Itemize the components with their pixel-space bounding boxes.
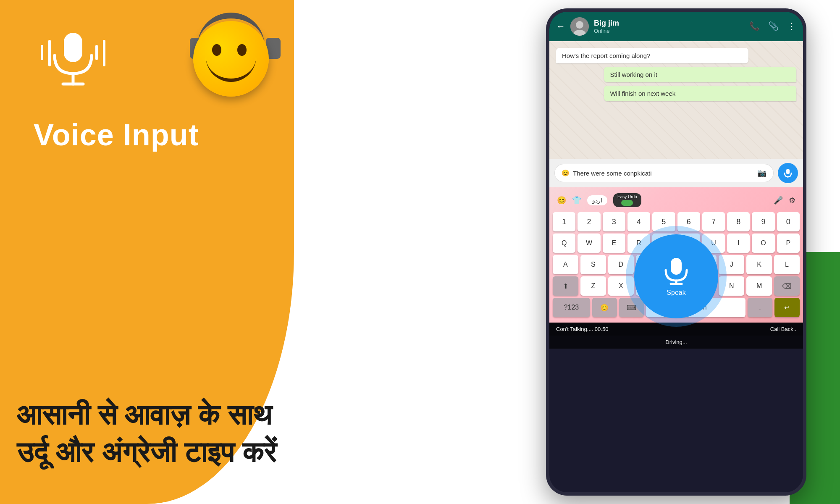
contact-info: Big jim Online — [594, 19, 744, 34]
key-p[interactable]: P — [777, 234, 800, 253]
driving-text: Driving... — [665, 339, 687, 345]
toggle-switch[interactable] — [621, 200, 633, 206]
key-enter[interactable]: ↵ — [774, 298, 800, 317]
hindi-line1: आसानी से आवाज़ के साथ — [17, 396, 319, 433]
key-k[interactable]: K — [746, 255, 772, 274]
key-i[interactable]: I — [727, 234, 750, 253]
received-message: How's the report coming along? — [556, 48, 748, 63]
key-backspace[interactable]: ⌫ — [774, 276, 800, 296]
big-mic-inner-button[interactable]: Speak — [634, 234, 718, 318]
message-input-area: 😊 There were some conpkicati 📷 — [549, 159, 803, 187]
emoji-input-icon[interactable]: 😊 — [562, 169, 570, 177]
driving-notification: Driving... — [549, 336, 803, 349]
smiley-smile — [206, 57, 256, 82]
emoji-headphones-container — [193, 4, 302, 113]
settings-toolbar-icon[interactable]: ⚙ — [789, 196, 795, 205]
key-2[interactable]: 2 — [578, 212, 600, 231]
notification-right: Call Back.. — [770, 326, 796, 332]
camera-icon[interactable]: 📷 — [757, 168, 766, 178]
easy-urdu-label: Easy Urdu — [617, 194, 637, 199]
shirt-key-icon[interactable]: 👕 — [572, 196, 581, 205]
key-e[interactable]: E — [603, 234, 625, 253]
speak-label: Speak — [667, 289, 685, 297]
send-mic-button[interactable] — [778, 163, 798, 183]
big-mic-outer-ring: Speak — [626, 226, 727, 327]
key-l[interactable]: L — [774, 255, 800, 274]
key-q[interactable]: Q — [553, 234, 575, 253]
contact-status: Online — [594, 28, 744, 34]
chat-area: How's the report coming along? Still wor… — [549, 41, 803, 159]
header-icons: 📞 📎 ⋮ — [749, 21, 796, 32]
key-o[interactable]: O — [752, 234, 774, 253]
key-9[interactable]: 9 — [752, 212, 774, 231]
key-z[interactable]: Z — [580, 276, 606, 296]
svg-rect-2 — [64, 33, 82, 62]
contact-avatar — [570, 17, 589, 36]
phone-mockup: ← Big jim Online 📞 📎 ⋮ How's the report … — [546, 8, 806, 496]
sent-message-2: Will finish on next week — [604, 86, 796, 101]
key-shift[interactable]: ⬆ — [553, 276, 578, 296]
key-1[interactable]: 1 — [553, 212, 575, 231]
keyboard-wrapper: 😊 👕 اردو Easy Urdu 🎤 ⚙ 1 2 3 — [549, 187, 803, 323]
big-mic-button-container[interactable]: Speak — [626, 226, 727, 327]
back-arrow-icon[interactable]: ← — [556, 21, 565, 32]
key-m[interactable]: M — [746, 276, 772, 296]
voice-input-title: Voice Input — [34, 118, 199, 152]
smiley-eye-right — [237, 44, 247, 56]
notification-left: Con't Talking.... 00.50 — [556, 326, 608, 332]
key-s[interactable]: S — [580, 255, 606, 274]
smiley-face — [193, 21, 269, 97]
keyboard-toolbar: 😊 👕 اردو Easy Urdu 🎤 ⚙ — [553, 191, 800, 210]
whatsapp-header: ← Big jim Online 📞 📎 ⋮ — [549, 12, 803, 41]
sent-message-1: Still working on it — [604, 67, 796, 82]
emoji-key-icon[interactable]: 😊 — [557, 196, 566, 205]
key-period[interactable]: . — [748, 298, 772, 317]
smiley-eye-left — [212, 44, 221, 56]
key-3[interactable]: 3 — [603, 212, 625, 231]
svg-rect-10 — [786, 169, 790, 174]
toolbar-right: 🎤 ⚙ — [774, 196, 795, 205]
keyboard-area: 😊 👕 اردو Easy Urdu 🎤 ⚙ 1 2 3 — [549, 187, 803, 323]
svg-rect-12 — [671, 258, 682, 275]
key-0[interactable]: 0 — [777, 212, 800, 231]
svg-point-8 — [576, 21, 583, 29]
mic-toolbar-icon[interactable]: 🎤 — [774, 196, 783, 205]
message-text-input[interactable]: 😊 There were some conpkicati 📷 — [554, 164, 774, 182]
mic-icon-area — [34, 25, 109, 94]
zxcv-row-wrapper: ⬆ Z X C V B N M ⌫ — [553, 276, 800, 296]
more-options-icon[interactable]: ⋮ — [787, 21, 796, 32]
key-8[interactable]: 8 — [727, 212, 750, 231]
key-w[interactable]: W — [578, 234, 600, 253]
attachment-icon[interactable]: 📎 — [768, 21, 779, 32]
toolbar-left: 😊 👕 اردو Easy Urdu — [557, 193, 641, 207]
key-123[interactable]: ?123 — [553, 298, 590, 317]
easy-urdu-toggle[interactable]: Easy Urdu — [613, 193, 641, 207]
urdu-button[interactable]: اردو — [587, 195, 607, 205]
hindi-subtitle: आसानी से आवाज़ के साथ उर्दू और अंग्रेजी … — [17, 396, 319, 470]
hindi-line2: उर्दू और अंग्रेजी टाइप करें — [17, 433, 319, 470]
phone-call-icon[interactable]: 📞 — [749, 21, 760, 32]
key-a[interactable]: A — [553, 255, 578, 274]
key-emoji-bottom[interactable]: 😊 — [592, 298, 617, 317]
input-text-value: There were some conpkicati — [573, 170, 652, 177]
contact-name: Big jim — [594, 19, 744, 28]
